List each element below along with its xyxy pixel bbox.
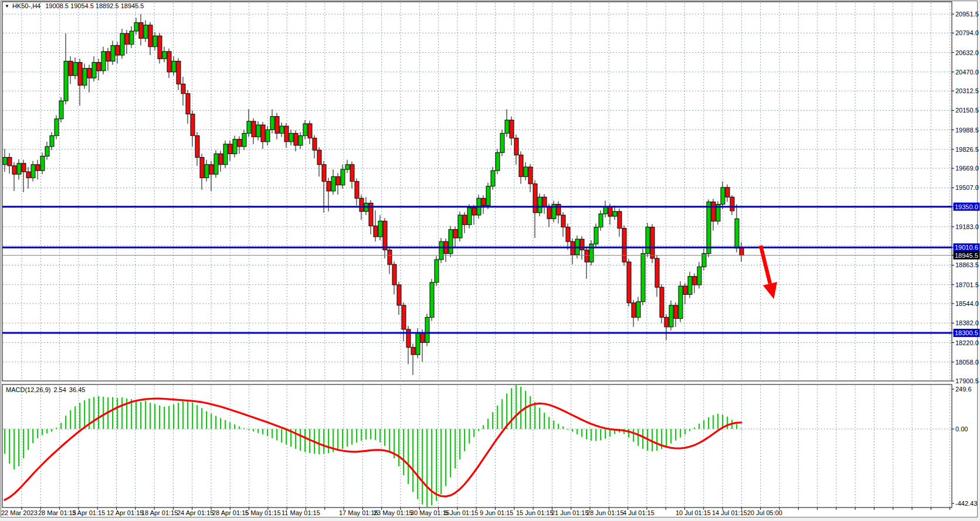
candle-bull <box>425 317 429 342</box>
macd-histogram-bar <box>150 403 151 429</box>
macd-histogram-bar <box>703 420 704 429</box>
chart-canvas[interactable]: 20951.520794.020632.020470.020312.520150… <box>0 0 980 521</box>
candle-bull <box>496 152 500 171</box>
candle-bear <box>200 158 204 178</box>
candle-bear <box>22 164 26 172</box>
candle-bull <box>416 333 420 355</box>
macd-histogram-bar <box>281 429 282 442</box>
candle-bear <box>411 348 415 355</box>
price-axis-label: 20951.5 <box>955 11 979 18</box>
macd-histogram-bar <box>492 412 493 429</box>
macd-histogram-bar <box>403 429 404 475</box>
candle-bear <box>195 136 199 158</box>
candle-bear <box>533 184 537 213</box>
candle-bear <box>69 61 73 76</box>
symbol-period-label: HK50-,H4 <box>12 2 40 9</box>
time-axis-label: 21 Jun 01:15 <box>551 509 589 516</box>
macd-histogram-bar <box>562 426 564 429</box>
candle-bull <box>378 221 382 237</box>
price-axis-label: 18058.0 <box>955 359 979 366</box>
window-frame <box>0 0 980 521</box>
macd-histogram-bar <box>520 387 521 429</box>
candle-bull <box>299 136 303 145</box>
candle-bear <box>585 250 589 263</box>
price-axis-label: 20794.0 <box>955 29 979 36</box>
macd-histogram-bar <box>178 403 179 429</box>
candle-bear <box>26 172 30 178</box>
price-axis-label: 20632.0 <box>955 49 979 56</box>
candle-bull <box>697 267 701 285</box>
candle-bear <box>421 333 425 342</box>
macd-histogram-bar <box>356 429 357 442</box>
symbol-dropdown-icon[interactable]: ▼ <box>5 4 9 9</box>
candle-bear <box>219 154 223 164</box>
macd-histogram-bar <box>140 402 141 429</box>
macd-histogram-bar <box>18 429 19 466</box>
time-axis-label: 23 May 01:15 <box>374 509 413 516</box>
price-axis-label: 18863.5 <box>955 261 979 268</box>
macd-histogram-bar <box>741 428 742 429</box>
candle-bear <box>275 117 279 134</box>
candle-bull <box>172 61 176 71</box>
candle-bear <box>655 258 659 287</box>
macd-histogram-bar <box>286 429 287 445</box>
candle-bear <box>660 287 664 317</box>
macd-histogram-bar <box>727 417 728 429</box>
macd-histogram-bar <box>670 429 672 444</box>
candle-bull <box>205 165 209 178</box>
macd-histogram-bar <box>572 429 573 432</box>
macd-histogram-bar <box>192 403 193 429</box>
macd-histogram-bar <box>215 416 216 429</box>
candle-bear <box>711 202 715 221</box>
macd-histogram-bar <box>440 429 442 495</box>
macd-histogram-bar <box>684 429 686 434</box>
candle-bull <box>430 282 434 318</box>
candle-bear <box>481 198 486 205</box>
candle-bull <box>679 286 683 318</box>
candle-bear <box>125 33 129 44</box>
ohlc-values-label: 19008.5 19054.5 18892.5 18945.5 <box>45 2 144 9</box>
macd-histogram-bar <box>656 429 657 451</box>
candle-bull <box>467 208 472 225</box>
candle-bull <box>270 117 274 130</box>
candle-bear <box>383 221 387 250</box>
candle-bear <box>78 62 82 85</box>
macd-histogram-bar <box>145 401 146 429</box>
macd-histogram-bar <box>248 429 249 430</box>
macd-histogram-bar <box>28 429 29 450</box>
macd-histogram-bar <box>497 406 498 429</box>
macd-histogram-bar <box>487 418 489 429</box>
macd-histogram-bar <box>196 405 198 429</box>
candle-bear <box>608 207 612 216</box>
time-axis-label: 20 Jul 05:00 <box>747 509 782 516</box>
macd-histogram-bar <box>347 429 348 447</box>
candle-bull <box>505 120 509 134</box>
macd-axis-label: -442.43 <box>955 500 977 507</box>
time-axis-label: 9 Jun 01:15 <box>480 509 514 516</box>
macd-name-label: MACD(12,26,9) <box>6 386 50 393</box>
candle-bull <box>331 176 335 191</box>
candle-bear <box>181 84 185 93</box>
macd-histogram-bar <box>131 399 132 429</box>
macd-histogram-bar <box>483 425 484 429</box>
candle-bull <box>289 133 293 141</box>
macd-histogram-bar <box>211 414 212 429</box>
candle-bear <box>397 285 401 305</box>
macd-histogram-bar <box>408 429 409 484</box>
macd-histogram-bar <box>445 429 446 486</box>
candle-bull <box>120 33 124 55</box>
macd-histogram-bar <box>154 404 155 429</box>
macd-histogram-bar <box>220 418 221 429</box>
time-axis-label: 22 Mar 2023 <box>1 509 38 516</box>
macd-histogram-bar <box>459 429 460 459</box>
candle-bear <box>186 94 190 114</box>
time-axis-label: 14 Jul 01:15 <box>712 509 747 516</box>
price-axis-label: 20470.0 <box>955 69 979 76</box>
macd-histogram-bar <box>637 429 639 446</box>
candle-bear <box>664 317 669 326</box>
macd-histogram-bar <box>112 397 113 429</box>
candle-bear <box>308 124 312 138</box>
candle-bear <box>683 286 687 294</box>
macd-histogram-bar <box>323 429 324 454</box>
candle-bull <box>641 254 645 302</box>
